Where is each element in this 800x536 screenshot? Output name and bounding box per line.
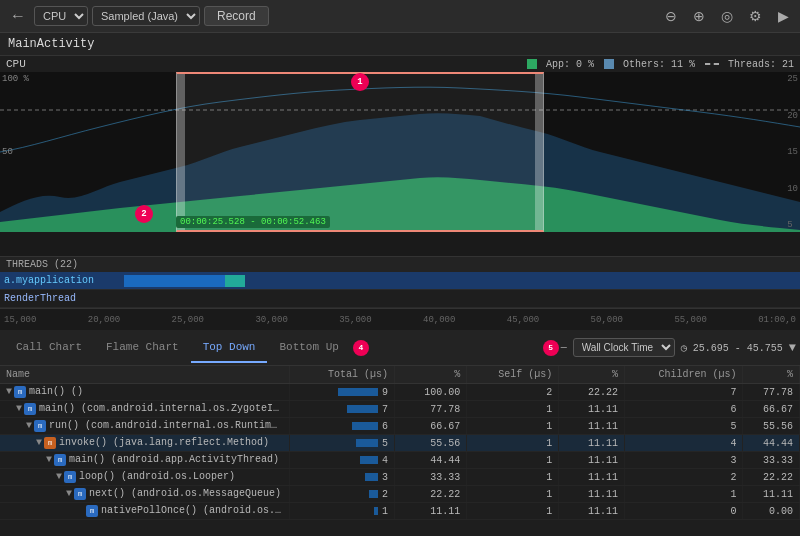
cell-total: 4 [289, 452, 394, 469]
cell-total-pct: 66.67 [394, 418, 466, 435]
legend-others: Others: 11 % [604, 59, 695, 70]
record-button[interactable]: Record [204, 6, 269, 26]
right-scale: 25 20 15 10 5 [787, 72, 798, 232]
tab-call-chart[interactable]: Call Chart [4, 333, 94, 363]
table-row: mnativePollOnce() (android.os.Me111.1111… [0, 503, 800, 520]
method-icon: m [74, 488, 86, 500]
thread-bar-green [225, 275, 245, 287]
cpu-chart-area[interactable]: 100 % 50 25 20 15 10 5 1 2 [0, 72, 800, 232]
sampled-select[interactable]: Sampled (Java) [92, 6, 200, 26]
method-name: nativePollOnce() (android.os.Me [101, 505, 287, 516]
cpu-title: CPU [6, 58, 26, 70]
cell-self-pct: 11.11 [559, 486, 625, 503]
tree-arrow[interactable]: ▼ [6, 386, 12, 397]
plus-button[interactable]: ⊕ [688, 5, 710, 27]
mini-bar [374, 507, 378, 515]
thread-name-render: RenderThread [4, 293, 124, 304]
cell-self: 1 [467, 503, 559, 520]
legend-app: App: 0 % [527, 59, 594, 70]
cell-total: 3 [289, 469, 394, 486]
tree-arrow[interactable]: ▼ [66, 488, 72, 499]
tabs-row: Call Chart Flame Chart Top Down Bottom U… [0, 330, 800, 366]
thread-bar-app [124, 275, 225, 287]
cell-children: 3 [625, 452, 743, 469]
col-name: Name [0, 366, 289, 384]
method-icon: m [86, 505, 98, 517]
cell-self-pct: 11.11 [559, 452, 625, 469]
cell-total-pct: 22.22 [394, 486, 466, 503]
cell-children-pct: 0.00 [743, 503, 800, 520]
method-icon: m [34, 420, 46, 432]
col-total: Total (µs) [289, 366, 394, 384]
tree-arrow[interactable]: ▼ [16, 403, 22, 414]
filter-icon[interactable]: ▼ [789, 341, 796, 355]
play-button[interactable]: ▶ [772, 5, 794, 27]
cell-total-pct: 77.78 [394, 401, 466, 418]
others-dot [604, 59, 614, 69]
thread-bar-area-app [124, 275, 796, 287]
cell-total-pct: 100.00 [394, 384, 466, 401]
cell-children: 4 [625, 435, 743, 452]
tree-arrow[interactable]: ▼ [26, 420, 32, 431]
col-self-pct: % [559, 366, 625, 384]
percent-100: 100 % [2, 74, 29, 84]
cell-children-pct: 22.22 [743, 469, 800, 486]
table-row: ▼mloop() (android.os.Looper)333.33111.11… [0, 469, 800, 486]
col-children: Children (µs) [625, 366, 743, 384]
method-icon: m [64, 471, 76, 483]
table-row: ▼mmain() (com.android.internal.os.Zygote… [0, 401, 800, 418]
threads-line-icon [705, 63, 719, 65]
time-range-label: 00:00:25.528 - 00:00:52.463 [176, 216, 330, 228]
table-body: ▼mmain() ()9100.00222.22777.78▼mmain() (… [0, 384, 800, 520]
cell-self-pct: 11.11 [559, 418, 625, 435]
cell-self: 1 [467, 401, 559, 418]
tab-flame-chart[interactable]: Flame Chart [94, 333, 191, 363]
circle-button[interactable]: ◎ [716, 5, 738, 27]
thread-row-render: RenderThread [0, 290, 800, 308]
mini-bar [365, 473, 378, 481]
back-button[interactable]: ← [6, 7, 30, 25]
badge-4: 4 [353, 340, 369, 356]
cell-self: 1 [467, 486, 559, 503]
cell-children: 0 [625, 503, 743, 520]
selection-overlay[interactable]: 1 [176, 72, 544, 232]
cell-total-pct: 11.11 [394, 503, 466, 520]
selection-handle-left[interactable] [177, 74, 185, 230]
cell-children: 1 [625, 486, 743, 503]
timeline-ruler: 15,000 20,000 25,000 30,000 35,000 40,00… [0, 308, 800, 330]
cell-self-pct: 11.11 [559, 503, 625, 520]
table-row: ▼minvoke() (java.lang.reflect.Method)555… [0, 435, 800, 452]
method-icon: m [44, 437, 56, 449]
gear-button[interactable]: ⚙ [744, 5, 766, 27]
cell-self: 1 [467, 418, 559, 435]
cell-total: 2 [289, 486, 394, 503]
method-name: run() (com.android.internal.os.RuntimeIn… [49, 420, 289, 431]
cpu-select[interactable]: CPU [34, 6, 88, 26]
tree-arrow[interactable]: ▼ [56, 471, 62, 482]
mini-bar [369, 490, 378, 498]
tree-arrow[interactable]: ▼ [46, 454, 52, 465]
wall-clock-select[interactable]: Wall Clock Time [573, 338, 675, 357]
badge-5: 5 [543, 340, 559, 356]
tab-bottom-up[interactable]: Bottom Up [267, 333, 350, 363]
col-total-pct: % [394, 366, 466, 384]
selection-handle-right[interactable] [535, 74, 543, 230]
cell-children-pct: 66.67 [743, 401, 800, 418]
cell-name: ▼mloop() (android.os.Looper) [0, 469, 289, 486]
cell-children-pct: 77.78 [743, 384, 800, 401]
col-self: Self (µs) [467, 366, 559, 384]
tree-arrow[interactable]: ▼ [36, 437, 42, 448]
method-name: loop() (android.os.Looper) [79, 471, 235, 482]
table-row: ▼mmain() ()9100.00222.22777.78 [0, 384, 800, 401]
method-icon: m [24, 403, 36, 415]
data-table: Name Total (µs) % Self (µs) % Children (… [0, 366, 800, 520]
cell-total-pct: 44.44 [394, 452, 466, 469]
cell-name: ▼mmain() (com.android.internal.os.Zygote… [0, 401, 289, 418]
cell-children-pct: 11.11 [743, 486, 800, 503]
cell-children: 6 [625, 401, 743, 418]
tab-top-down[interactable]: Top Down [191, 333, 268, 363]
cell-name: ▼mnext() (android.os.MessageQueue) [0, 486, 289, 503]
cell-self-pct: 11.11 [559, 401, 625, 418]
minus-button[interactable]: ⊖ [660, 5, 682, 27]
time-value: ◷ 25.695 - 45.755 [681, 342, 783, 354]
